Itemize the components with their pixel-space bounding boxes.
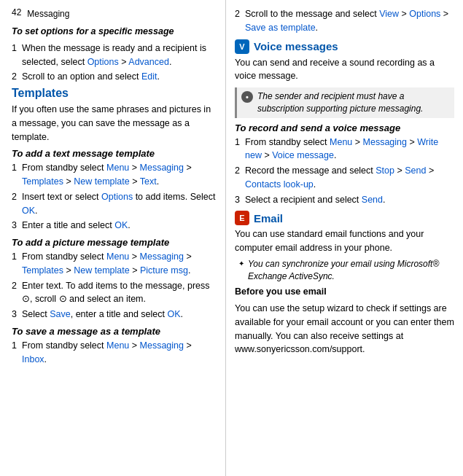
record-voice-header: To record and send a voice message [235, 122, 454, 133]
newtemplate-link-p1[interactable]: New template [74, 265, 129, 276]
voice-step-2-num: 2 [235, 164, 245, 192]
right-step-2: 2 Scroll to the message and select View … [235, 7, 454, 35]
page-label: Messaging [27, 9, 69, 19]
pic-step-3-text: Select Save, enter a title and select OK… [22, 308, 217, 321]
note-bullet-icon: • [241, 91, 253, 103]
email-body: You can use standard email functions and… [235, 227, 454, 255]
send-link-v3[interactable]: Send [362, 195, 383, 205]
menu-link-t1[interactable]: Menu [106, 163, 129, 173]
note-text: The sender and recipient must have a sub… [257, 90, 450, 115]
newtemplate-link-t1[interactable]: New template [74, 176, 129, 187]
pic-step-1-num: 1 [12, 250, 22, 278]
save-link-p3[interactable]: Save [50, 309, 71, 319]
voice-step-3-text: Select a recipient and select Send. [245, 193, 454, 207]
voice-step-3-num: 3 [235, 193, 245, 207]
text-step-3-num: 3 [12, 219, 22, 233]
right-step-2-num: 2 [235, 7, 245, 35]
menu-link-s1[interactable]: Menu [106, 340, 129, 351]
text-step-1-text: From standby select Menu > Messaging > T… [22, 161, 217, 189]
save-template-header: To save a message as a template [12, 326, 217, 337]
page-footer: 42 Messaging [12, 7, 217, 20]
email-icon: E [235, 211, 249, 225]
voice-body: You can send and receive a sound recordi… [235, 56, 454, 84]
ok-link-p3[interactable]: OK [167, 309, 180, 319]
save-step-1: 1 From standby select Menu > Messaging >… [12, 339, 217, 367]
templates-link-p1[interactable]: Templates [22, 265, 63, 276]
contactslookup-link-v2[interactable]: Contacts look-up [245, 179, 314, 190]
pic-step-3-num: 3 [12, 308, 22, 321]
tip-text: You can synchronize your email using Mic… [248, 258, 454, 283]
note-box: • The sender and recipient must have a s… [235, 87, 454, 118]
text-step-3-text: Enter a title and select OK. [22, 219, 217, 233]
before-email-header: Before you use email [235, 286, 327, 297]
email-section-header: E Email [235, 211, 454, 225]
voice-section-title: Voice messages [254, 40, 338, 52]
step-2-num: 2 [12, 70, 22, 84]
step-1-num: 1 [12, 42, 22, 69]
messaging-link-s1[interactable]: Messaging [140, 340, 184, 351]
add-picture-template-header: To add a picture message template [12, 237, 217, 248]
voice-step-1-num: 1 [235, 136, 245, 163]
step-1-text: When the message is ready and a recipien… [22, 42, 217, 69]
templates-heading: Templates [12, 87, 217, 100]
right-column: 2 Scroll to the message and select View … [226, 0, 463, 476]
pic-step-2: 2 Enter text. To add items to the messag… [12, 279, 217, 307]
messaging-link-p1[interactable]: Messaging [140, 251, 184, 262]
advanced-link[interactable]: Advanced [128, 57, 169, 67]
templates-link-t1[interactable]: Templates [22, 176, 63, 187]
saveastemplate-link[interactable]: Save as template [245, 23, 316, 33]
page-container: 42 Messaging To set options for a specif… [0, 0, 463, 476]
inbox-link-s1[interactable]: Inbox [22, 354, 44, 364]
voice-step-1-text: From standby select Menu > Messaging > W… [245, 136, 454, 163]
pic-step-1-text: From standby select Menu > Messaging > T… [22, 250, 217, 278]
step-2: 2 Scroll to an option and select Edit. [12, 70, 217, 84]
add-text-template-header: To add a text message template [12, 148, 217, 159]
text-step-1: 1 From standby select Menu > Messaging >… [12, 161, 217, 189]
pic-step-2-text: Enter text. To add items to the message,… [22, 279, 217, 307]
voice-step-2-text: Record the message and select Stop > Sen… [245, 164, 454, 192]
page-number: 42 [12, 7, 21, 17]
ok-link-t3[interactable]: OK [114, 220, 128, 230]
voice-section-header: V Voice messages [235, 39, 454, 54]
set-options-header: To set options for a specific message [12, 25, 217, 39]
text-link-t1[interactable]: Text [140, 176, 157, 187]
options-link[interactable]: Options [87, 57, 119, 67]
tip-box: ✦ You can synchronize your email using M… [235, 258, 454, 283]
step-1: 1 When the message is ready and a recipi… [12, 42, 217, 69]
text-step-3: 3 Enter a title and select OK. [12, 219, 217, 233]
pic-step-2-num: 2 [12, 279, 22, 307]
messaging-link-v1[interactable]: Messaging [363, 137, 407, 147]
ok-link-t2[interactable]: OK [22, 206, 35, 216]
voice-step-1: 1 From standby select Menu > Messaging >… [235, 136, 454, 163]
send-link-v2[interactable]: Send [405, 165, 426, 176]
voice-step-3: 3 Select a recipient and select Send. [235, 193, 454, 207]
step-2-text: Scroll to an option and select Edit. [22, 70, 217, 84]
voice-step-2: 2 Record the message and select Stop > S… [235, 164, 454, 192]
tip-icon: ✦ [235, 260, 248, 268]
templates-body: If you often use the same phrases and pi… [12, 103, 217, 144]
picturemsg-link-p1[interactable]: Picture msg [140, 265, 188, 276]
text-step-2: 2 Insert text or select Options to add i… [12, 190, 217, 218]
menu-link-p1[interactable]: Menu [106, 251, 129, 262]
view-link[interactable]: View [379, 9, 399, 19]
stop-link-v2[interactable]: Stop [376, 165, 394, 176]
messaging-link-t1[interactable]: Messaging [140, 163, 184, 173]
email-section-title: Email [254, 212, 283, 225]
text-step-2-num: 2 [12, 190, 22, 218]
before-email-body: You can use the setup wizard to check if… [235, 302, 454, 356]
voice-icon: V [235, 39, 249, 54]
save-step-1-num: 1 [12, 339, 22, 367]
text-step-1-num: 1 [12, 161, 22, 189]
save-step-1-text: From standby select Menu > Messaging > I… [22, 339, 217, 367]
options-link-t2[interactable]: Options [101, 192, 133, 202]
pic-step-1: 1 From standby select Menu > Messaging >… [12, 250, 217, 278]
pic-step-3: 3 Select Save, enter a title and select … [12, 308, 217, 321]
options-link-r2[interactable]: Options [409, 9, 440, 19]
edit-link[interactable]: Edit [141, 71, 157, 82]
left-column: 42 Messaging To set options for a specif… [0, 0, 226, 476]
menu-link-v1[interactable]: Menu [330, 137, 352, 147]
right-step-2-text: Scroll to the message and select View > … [245, 7, 454, 35]
voicemessage-link-v1[interactable]: Voice message [272, 150, 334, 160]
text-step-2-text: Insert text or select Options to add ite… [22, 190, 217, 218]
